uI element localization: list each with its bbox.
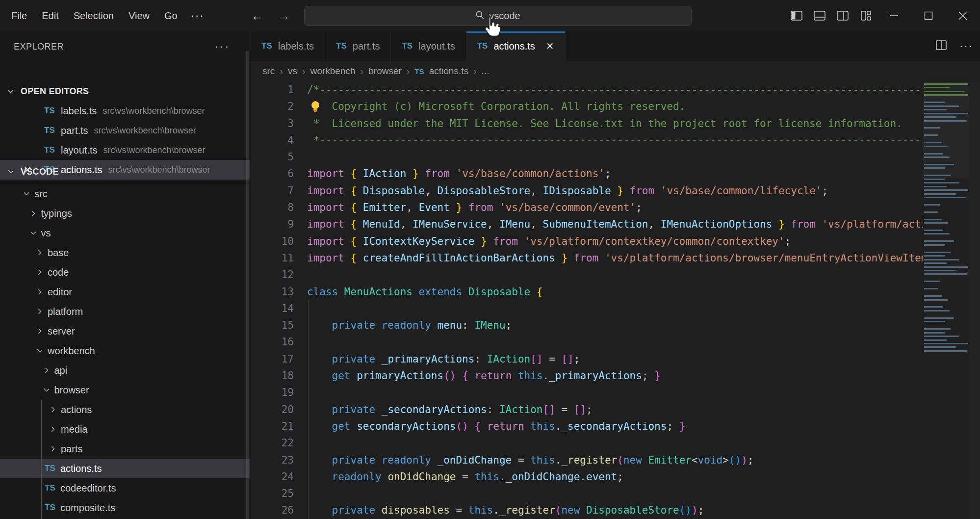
open-editor-item[interactable]: TSlayout.tssrc\vs\workbench\browser [0, 140, 250, 160]
code-line[interactable]: 16 [251, 334, 923, 350]
open-editor-item[interactable]: TSlabels.tssrc\vs\workbench\browser [0, 101, 250, 121]
chevron-right-icon [36, 268, 44, 276]
split-editor-icon[interactable] [936, 40, 947, 52]
lightbulb-icon[interactable] [309, 100, 322, 115]
open-editors-header[interactable]: OPEN EDITORS [0, 81, 250, 101]
breadcrumb-item[interactable]: browser [368, 66, 402, 77]
close-icon[interactable]: ✕ [546, 40, 554, 52]
code-line[interactable]: 19 [251, 384, 923, 401]
code-line[interactable]: 12 [251, 266, 923, 283]
breadcrumb-item[interactable]: workbench [310, 66, 356, 77]
code-line[interactable]: 2 Copyright (c) Microsoft Corporation. A… [251, 98, 923, 115]
code-line[interactable]: 13class MenuActions extends Disposable { [251, 284, 923, 300]
minimap-line [924, 273, 967, 275]
code-line[interactable]: 23 private readonly _onDidChange = this.… [251, 452, 923, 468]
tree-item-codeeditor-ts[interactable]: TScodeeditor.ts [0, 478, 250, 498]
code-line[interactable]: 24 readonly onDidChange = this._onDidCha… [251, 468, 923, 485]
code-line[interactable]: 20 private _secondaryActions: IAction[] … [251, 401, 923, 418]
code-line[interactable]: 1/*-------------------------------------… [251, 81, 923, 98]
tree-item-src[interactable]: src [0, 184, 250, 204]
code-line[interactable]: 26 private disposables = this._register(… [251, 502, 923, 519]
code-line[interactable]: 18 get primaryActions() { return this._p… [251, 367, 923, 384]
tab-actions-ts[interactable]: TSactions.ts✕ [466, 31, 566, 61]
code-line[interactable]: 4 *-------------------------------------… [251, 132, 923, 149]
code-editor[interactable]: 1/*-------------------------------------… [251, 81, 980, 519]
tree-label: platform [48, 306, 83, 317]
open-editor-item[interactable]: TSpart.tssrc\vs\workbench\browser [0, 121, 250, 140]
code-line[interactable]: 3 * Licensed under the MIT License. See … [251, 115, 923, 132]
tab-label: part.ts [353, 41, 380, 52]
code-line[interactable]: 9import { MenuId, IMenuService, IMenu, S… [251, 216, 923, 233]
line-number: 20 [251, 401, 294, 418]
minimap-line [924, 310, 950, 311]
tree-label: actions.ts [60, 463, 102, 474]
tree-item-platform[interactable]: platform [0, 302, 250, 321]
code-line[interactable]: 8import { Emitter, Event } from 'vs/base… [251, 199, 923, 216]
chevron-right-icon [36, 327, 44, 335]
window-minimize-button[interactable] [877, 0, 911, 31]
minimap[interactable] [923, 82, 969, 519]
tree-item-workbench[interactable]: workbench [0, 341, 250, 361]
breadcrumb-file[interactable]: actions.ts [429, 66, 468, 77]
code-line[interactable]: 10import { IContextKeyService } from 'vs… [251, 233, 923, 250]
code-line[interactable]: 17 private _primaryActions: IAction[] = … [251, 351, 923, 367]
typescript-file-icon: TS [336, 41, 347, 51]
code-line[interactable]: 5 [251, 149, 923, 165]
code-line[interactable]: 25 [251, 485, 923, 502]
menu-view[interactable]: View [121, 6, 157, 26]
editor-group: TSlabels.tsTSpart.tsTSlayout.tsTSactions… [251, 31, 980, 519]
tree-item-server[interactable]: server [0, 321, 250, 341]
breadcrumb-symbol[interactable]: ... [482, 66, 490, 77]
tree-indent-guide [41, 400, 42, 519]
breadcrumb-item[interactable]: vs [288, 66, 297, 77]
code-line[interactable]: 6import { IAction } from 'vs/base/common… [251, 165, 923, 182]
tree-item-parts[interactable]: parts [0, 439, 250, 459]
editor-scrollbar[interactable] [969, 81, 980, 519]
line-number: 3 [251, 115, 294, 132]
editor-more-actions-icon[interactable]: ··· [959, 40, 973, 52]
tree-item-browser[interactable]: browser [0, 380, 250, 400]
tree-label: src [34, 188, 48, 200]
code-line[interactable]: 11import { createAndFillInActionBarActio… [251, 250, 923, 266]
window-maximize-button[interactable] [911, 0, 946, 31]
tab-part-ts[interactable]: TSpart.ts [325, 31, 391, 61]
code-line[interactable]: 21 get secondaryActions() { return this.… [251, 418, 923, 435]
toggle-secondary-sidebar-icon[interactable] [831, 0, 854, 31]
tree-item-composite-ts[interactable]: TScomposite.ts [0, 498, 250, 518]
minimap-line [924, 328, 951, 330]
tab-labels-ts[interactable]: TSlabels.ts [251, 31, 325, 61]
minimap-line [924, 266, 968, 268]
more-menu-icon[interactable]: ··· [185, 9, 210, 22]
tree-item-vs[interactable]: vs [0, 223, 250, 243]
nav-forward-icon[interactable]: → [278, 8, 290, 24]
window-close-button[interactable] [946, 0, 980, 31]
tree-item-typings[interactable]: typings [0, 204, 250, 223]
tree-item-actions[interactable]: actions [0, 400, 250, 419]
menu-file[interactable]: File [4, 6, 34, 26]
code-line[interactable]: 14 [251, 300, 923, 317]
toggle-primary-sidebar-icon[interactable] [785, 0, 808, 31]
customize-layout-icon[interactable] [854, 0, 877, 31]
toggle-panel-icon[interactable] [808, 0, 831, 31]
tree-item-code[interactable]: code [0, 262, 250, 282]
tree-item-base[interactable]: base [0, 243, 250, 262]
nav-back-icon[interactable]: ← [251, 8, 264, 24]
code-line[interactable]: 15 private readonly menu: IMenu; [251, 317, 923, 334]
menu-selection[interactable]: Selection [66, 6, 121, 26]
tree-item-media[interactable]: media [0, 419, 250, 439]
code-line[interactable]: 7import { Disposable, DisposableStore, I… [251, 182, 923, 199]
explorer-more-actions-icon[interactable]: ··· [215, 40, 230, 53]
breadcrumb-item[interactable]: src [262, 66, 275, 77]
tab-layout-ts[interactable]: TSlayout.ts [391, 31, 466, 61]
tree-item-editor[interactable]: editor [0, 282, 250, 302]
sidebar-title: EXPLORER [14, 42, 64, 52]
tree-item-actions-ts[interactable]: TSactions.ts [0, 459, 250, 478]
sidebar-scrollbar[interactable] [246, 51, 249, 519]
line-number: 8 [251, 199, 294, 216]
code-line[interactable]: 22 [251, 435, 923, 451]
chevron-right-icon [29, 209, 37, 217]
workspace-header[interactable]: VSCODE [0, 162, 250, 182]
menu-go[interactable]: Go [157, 6, 185, 26]
tree-item-api[interactable]: api [0, 361, 250, 380]
menu-edit[interactable]: Edit [34, 6, 66, 26]
